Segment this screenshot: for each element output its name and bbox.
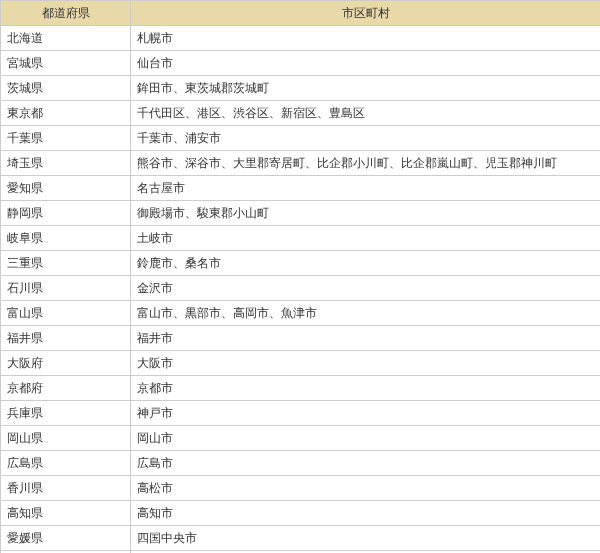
cell-prefecture: 宮城県 <box>1 51 131 76</box>
cell-city: 富山市、黒部市、高岡市、魚津市 <box>131 301 601 326</box>
table-row: 東京都千代田区、港区、渋谷区、新宿区、豊島区 <box>1 101 601 126</box>
header-prefecture: 都道府県 <box>1 1 131 26</box>
cell-prefecture: 高知県 <box>1 501 131 526</box>
cell-prefecture: 京都府 <box>1 376 131 401</box>
cell-city: 四国中央市 <box>131 526 601 551</box>
cell-city: 札幌市 <box>131 26 601 51</box>
prefecture-city-table: 都道府県 市区町村 北海道札幌市宮城県仙台市茨城県鉾田市、東茨城郡茨城町東京都千… <box>0 0 600 553</box>
cell-prefecture: 香川県 <box>1 476 131 501</box>
cell-prefecture: 愛媛県 <box>1 526 131 551</box>
cell-city: 千代田区、港区、渋谷区、新宿区、豊島区 <box>131 101 601 126</box>
cell-city: 鉾田市、東茨城郡茨城町 <box>131 76 601 101</box>
table-row: 北海道札幌市 <box>1 26 601 51</box>
cell-prefecture: 岐阜県 <box>1 226 131 251</box>
cell-prefecture: 静岡県 <box>1 201 131 226</box>
cell-prefecture: 茨城県 <box>1 76 131 101</box>
cell-prefecture: 三重県 <box>1 251 131 276</box>
cell-city: 鈴鹿市、桑名市 <box>131 251 601 276</box>
table-row: 福井県福井市 <box>1 326 601 351</box>
cell-prefecture: 広島県 <box>1 451 131 476</box>
table-row: 埼玉県熊谷市、深谷市、大里郡寄居町、比企郡小川町、比企郡嵐山町、児玉郡神川町 <box>1 151 601 176</box>
table-row: 広島県広島市 <box>1 451 601 476</box>
cell-city: 千葉市、浦安市 <box>131 126 601 151</box>
cell-city: 高松市 <box>131 476 601 501</box>
cell-prefecture: 石川県 <box>1 276 131 301</box>
cell-prefecture: 千葉県 <box>1 126 131 151</box>
cell-prefecture: 福井県 <box>1 326 131 351</box>
header-city: 市区町村 <box>131 1 601 26</box>
table-row: 岡山県岡山市 <box>1 426 601 451</box>
table-row: 大阪府大阪市 <box>1 351 601 376</box>
cell-city: 京都市 <box>131 376 601 401</box>
cell-city: 土岐市 <box>131 226 601 251</box>
cell-city: 御殿場市、駿東郡小山町 <box>131 201 601 226</box>
cell-prefecture: 東京都 <box>1 101 131 126</box>
table-row: 千葉県千葉市、浦安市 <box>1 126 601 151</box>
table-row: 愛媛県四国中央市 <box>1 526 601 551</box>
cell-prefecture: 富山県 <box>1 301 131 326</box>
cell-prefecture: 愛知県 <box>1 176 131 201</box>
cell-city: 大阪市 <box>131 351 601 376</box>
cell-prefecture: 埼玉県 <box>1 151 131 176</box>
cell-prefecture: 岡山県 <box>1 426 131 451</box>
table-row: 静岡県御殿場市、駿東郡小山町 <box>1 201 601 226</box>
cell-city: 熊谷市、深谷市、大里郡寄居町、比企郡小川町、比企郡嵐山町、児玉郡神川町 <box>131 151 601 176</box>
cell-city: 福井市 <box>131 326 601 351</box>
cell-prefecture: 北海道 <box>1 26 131 51</box>
table-row: 京都府京都市 <box>1 376 601 401</box>
table-header-row: 都道府県 市区町村 <box>1 1 601 26</box>
table-row: 兵庫県神戸市 <box>1 401 601 426</box>
cell-city: 広島市 <box>131 451 601 476</box>
table-row: 岐阜県土岐市 <box>1 226 601 251</box>
cell-prefecture: 大阪府 <box>1 351 131 376</box>
cell-city: 神戸市 <box>131 401 601 426</box>
cell-city: 金沢市 <box>131 276 601 301</box>
table-row: 愛知県名古屋市 <box>1 176 601 201</box>
cell-prefecture: 兵庫県 <box>1 401 131 426</box>
cell-city: 仙台市 <box>131 51 601 76</box>
table-row: 石川県金沢市 <box>1 276 601 301</box>
cell-city: 高知市 <box>131 501 601 526</box>
table-row: 宮城県仙台市 <box>1 51 601 76</box>
table-row: 香川県高松市 <box>1 476 601 501</box>
table-row: 富山県富山市、黒部市、高岡市、魚津市 <box>1 301 601 326</box>
cell-city: 岡山市 <box>131 426 601 451</box>
table-row: 茨城県鉾田市、東茨城郡茨城町 <box>1 76 601 101</box>
cell-city: 名古屋市 <box>131 176 601 201</box>
table-row: 三重県鈴鹿市、桑名市 <box>1 251 601 276</box>
table-row: 高知県高知市 <box>1 501 601 526</box>
